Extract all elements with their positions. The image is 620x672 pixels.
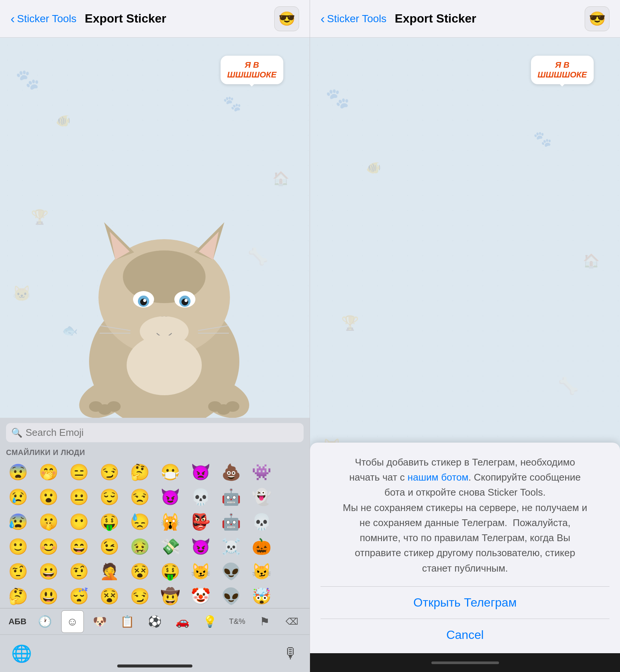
emoji-cell[interactable]: 🤫 <box>33 510 63 534</box>
emoji-cell[interactable]: 👿 <box>186 460 215 484</box>
emoji-cell[interactable]: 😴 <box>64 584 94 608</box>
right-home-indicator <box>431 661 499 664</box>
emoji-cell[interactable]: 😵 <box>94 584 124 608</box>
globe-button[interactable]: 🌐 <box>11 644 32 663</box>
svg-point-22 <box>107 401 121 412</box>
right-emoji-button[interactable]: 😎 <box>585 6 609 31</box>
emoji-cell[interactable]: 😼 <box>246 559 276 583</box>
emoji-cell[interactable]: 😰 <box>3 510 33 534</box>
emoji-cell[interactable]: 🤠 <box>155 584 185 608</box>
animals-tab-button[interactable]: 🐶 <box>89 610 111 633</box>
emoji-cell[interactable]: 😵 <box>125 559 154 583</box>
emoji-cell[interactable]: 🤭 <box>33 460 63 484</box>
travel-tab-button[interactable]: 🚗 <box>171 610 194 633</box>
emoji-cell[interactable] <box>277 534 307 558</box>
right-panel: ‹ Sticker Tools Export Sticker 😎 🐾 🐾 🏠 🦴… <box>310 0 620 672</box>
emoji-cell[interactable]: 😮 <box>33 485 63 509</box>
home-indicator <box>117 664 192 667</box>
emoji-cell[interactable]: 😌 <box>94 485 124 509</box>
emoji-cell[interactable]: 🤑 <box>155 559 185 583</box>
emoji-cell[interactable]: 😓 <box>125 510 154 534</box>
emoji-cell[interactable]: 👾 <box>246 460 276 484</box>
emoji-cell[interactable]: 😢 <box>3 485 33 509</box>
emoji-cell[interactable]: 😏 <box>94 460 124 484</box>
left-back-label: Sticker Tools <box>17 13 76 25</box>
left-back-button[interactable]: ‹ Sticker Tools <box>11 13 77 25</box>
emoji-cell[interactable]: 🙂 <box>3 534 33 558</box>
microphone-button[interactable]: 🎙 <box>283 645 298 662</box>
activities-tab-button[interactable]: ⚽ <box>144 610 166 633</box>
emoji-cell[interactable]: 😶 <box>64 510 94 534</box>
svg-point-25 <box>226 401 239 412</box>
dialog-sheet: Чтобы добавить стикер в Телеграм, необхо… <box>310 443 620 653</box>
emoji-cell[interactable] <box>277 510 307 534</box>
food-tab-button[interactable]: 📋 <box>116 610 139 633</box>
left-chevron-icon: ‹ <box>11 12 15 25</box>
emoji-cell[interactable]: 👽 <box>216 559 246 583</box>
emoji-cell[interactable]: 😉 <box>94 534 124 558</box>
emoji-cell[interactable]: 🤖 <box>216 510 246 534</box>
emoji-cell[interactable]: 😒 <box>125 485 154 509</box>
emoji-cell[interactable]: 👻 <box>246 485 276 509</box>
emoji-cell[interactable]: 😈 <box>155 485 185 509</box>
abc-button[interactable]: АБВ <box>6 610 29 633</box>
emoji-cell[interactable]: 💀 <box>186 485 215 509</box>
smiley-tab-button[interactable]: ☺ <box>61 610 84 633</box>
emoji-cell[interactable]: 🤔 <box>125 460 154 484</box>
emoji-cell[interactable]: 🎃 <box>246 534 276 558</box>
delete-button[interactable]: ⌫ <box>281 610 303 633</box>
emoji-cell[interactable]: 😷 <box>155 460 185 484</box>
emoji-cell[interactable]: 😀 <box>33 559 63 583</box>
emoji-cell[interactable]: 😐 <box>64 485 94 509</box>
open-telegram-button[interactable]: Открыть Телеграм <box>321 587 609 619</box>
emoji-cell[interactable]: 👽 <box>216 584 246 608</box>
svg-point-13 <box>143 299 146 302</box>
emoji-cell[interactable]: 🤯 <box>246 584 276 608</box>
emoji-cell[interactable]: 🤖 <box>216 485 246 509</box>
wolf-sticker <box>70 203 258 418</box>
symbols-tab-button[interactable]: T&% <box>226 610 248 633</box>
emoji-cell[interactable]: 😊 <box>33 534 63 558</box>
left-emoji-button[interactable]: 😎 <box>274 6 299 31</box>
emoji-cell[interactable] <box>277 460 307 484</box>
flags-tab-button[interactable]: ⚑ <box>253 610 276 633</box>
search-icon: 🔍 <box>11 428 23 438</box>
emoji-cell[interactable]: 💀 <box>246 510 276 534</box>
emoji-cell[interactable]: 😨 <box>3 460 33 484</box>
emoji-cell[interactable]: 👺 <box>186 510 215 534</box>
emoji-cell[interactable]: 🤨 <box>3 559 33 583</box>
emoji-cell[interactable]: 🤔 <box>3 584 33 608</box>
emoji-cell[interactable]: 😃 <box>33 584 63 608</box>
recent-emoji-button[interactable]: 🕐 <box>34 610 56 633</box>
emoji-cell[interactable]: 🤡 <box>186 584 215 608</box>
emoji-cell[interactable]: 😄 <box>64 534 94 558</box>
emoji-cell[interactable]: 💩 <box>216 460 246 484</box>
emoji-cell[interactable] <box>277 559 307 583</box>
emoji-cell[interactable]: 🤢 <box>125 534 154 558</box>
emoji-search-input[interactable] <box>26 427 298 438</box>
emoji-keyboard: 🔍 СМАЙЛИКИ И ЛЮДИ 😨 🤭 😑 😏 🤔 😷 👿 💩 👾 😢 😮 … <box>0 418 310 672</box>
emoji-cell[interactable]: 🤦 <box>94 559 124 583</box>
right-back-label: Sticker Tools <box>327 13 386 25</box>
cancel-button[interactable]: Cancel <box>321 619 609 653</box>
svg-point-14 <box>184 299 188 302</box>
emoji-cell[interactable]: 🤑 <box>94 510 124 534</box>
emoji-cell[interactable]: 🙀 <box>155 510 185 534</box>
emoji-cell[interactable]: 🤨 <box>64 559 94 583</box>
emoji-search-bar[interactable]: 🔍 <box>6 423 304 442</box>
keyboard-toolbar: АБВ 🕐 ☺ 🐶 📋 ⚽ 🚗 💡 T&% ⚑ ⌫ <box>0 608 310 634</box>
emoji-cell[interactable]: 😈 <box>186 534 215 558</box>
emoji-cell[interactable]: 😑 <box>64 460 94 484</box>
objects-tab-button[interactable]: 💡 <box>198 610 221 633</box>
left-sticker-canvas: 🐾 🐾 🏠 🦴 🐱 🐟 🐶 🐠 🏆 Я В ШШШШОКЕ <box>0 38 310 418</box>
emoji-cell[interactable]: 😏 <box>125 584 154 608</box>
speech-bubble: Я В ШШШШОКЕ <box>221 56 283 84</box>
emoji-cell[interactable]: 💸 <box>155 534 185 558</box>
emoji-cell[interactable]: ☠️ <box>216 534 246 558</box>
right-chevron-icon: ‹ <box>321 12 325 25</box>
emoji-category-label: СМАЙЛИКИ И ЛЮДИ <box>0 446 310 460</box>
emoji-cell[interactable] <box>277 485 307 509</box>
emoji-cell[interactable] <box>277 584 307 608</box>
emoji-cell[interactable]: 😼 <box>186 559 215 583</box>
right-back-button[interactable]: ‹ Sticker Tools <box>321 13 387 25</box>
